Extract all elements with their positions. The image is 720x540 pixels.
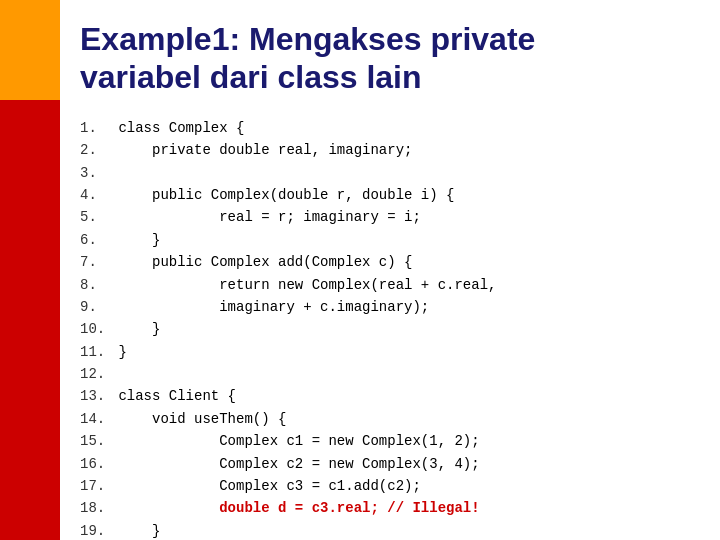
code-line: 18. double d = c3.real; // Illegal! bbox=[80, 497, 700, 519]
title-line1: Example1: Mengakses private bbox=[80, 21, 535, 57]
left-accent bbox=[0, 0, 60, 540]
line-code: void useThem() { bbox=[110, 408, 286, 430]
line-number: 6. bbox=[80, 229, 110, 251]
line-number: 2. bbox=[80, 139, 110, 161]
accent-top bbox=[0, 0, 60, 100]
code-line: 4. public Complex(double r, double i) { bbox=[80, 184, 700, 206]
line-number: 9. bbox=[80, 296, 110, 318]
line-code: private double real, imaginary; bbox=[110, 139, 412, 161]
line-code: real = r; imaginary = i; bbox=[110, 206, 421, 228]
code-line: 11. } bbox=[80, 341, 700, 363]
code-line: 7. public Complex add(Complex c) { bbox=[80, 251, 700, 273]
line-number: 15. bbox=[80, 430, 110, 452]
line-code: Complex c3 = c1.add(c2); bbox=[110, 475, 421, 497]
code-line: 9. imaginary + c.imaginary); bbox=[80, 296, 700, 318]
line-number: 12. bbox=[80, 363, 110, 385]
code-line: 13. class Client { bbox=[80, 385, 700, 407]
code-line: 12. bbox=[80, 363, 700, 385]
code-block: 1. class Complex {2. private double real… bbox=[80, 117, 700, 540]
line-number: 14. bbox=[80, 408, 110, 430]
slide-title: Example1: Mengakses private variabel dar… bbox=[80, 20, 700, 97]
code-line: 3. bbox=[80, 162, 700, 184]
code-line: 1. class Complex { bbox=[80, 117, 700, 139]
line-code: imaginary + c.imaginary); bbox=[110, 296, 429, 318]
line-code: double d = c3.real; // Illegal! bbox=[110, 497, 480, 519]
line-number: 17. bbox=[80, 475, 110, 497]
code-line: 8. return new Complex(real + c.real, bbox=[80, 274, 700, 296]
accent-bottom bbox=[0, 100, 60, 540]
code-line: 16. Complex c2 = new Complex(3, 4); bbox=[80, 453, 700, 475]
code-line: 5. real = r; imaginary = i; bbox=[80, 206, 700, 228]
line-code: public Complex add(Complex c) { bbox=[110, 251, 412, 273]
code-line: 10. } bbox=[80, 318, 700, 340]
line-number: 3. bbox=[80, 162, 110, 184]
line-number: 19. bbox=[80, 520, 110, 540]
line-code: Complex c1 = new Complex(1, 2); bbox=[110, 430, 480, 452]
slide-content: Example1: Mengakses private variabel dar… bbox=[70, 0, 720, 540]
line-number: 1. bbox=[80, 117, 110, 139]
line-number: 16. bbox=[80, 453, 110, 475]
line-code: } bbox=[110, 229, 160, 251]
line-number: 13. bbox=[80, 385, 110, 407]
code-line: 17. Complex c3 = c1.add(c2); bbox=[80, 475, 700, 497]
code-line: 2. private double real, imaginary; bbox=[80, 139, 700, 161]
line-number: 11. bbox=[80, 341, 110, 363]
line-code: } bbox=[110, 318, 160, 340]
line-code: } bbox=[110, 341, 127, 363]
line-code: } bbox=[110, 520, 160, 540]
code-line: 14. void useThem() { bbox=[80, 408, 700, 430]
line-code: Complex c2 = new Complex(3, 4); bbox=[110, 453, 480, 475]
code-line: 19. } bbox=[80, 520, 700, 540]
line-number: 8. bbox=[80, 274, 110, 296]
line-code: return new Complex(real + c.real, bbox=[110, 274, 496, 296]
code-line: 15. Complex c1 = new Complex(1, 2); bbox=[80, 430, 700, 452]
line-number: 18. bbox=[80, 497, 110, 519]
line-number: 7. bbox=[80, 251, 110, 273]
code-line: 6. } bbox=[80, 229, 700, 251]
line-code: class Client { bbox=[110, 385, 236, 407]
slide: Example1: Mengakses private variabel dar… bbox=[0, 0, 720, 540]
line-number: 5. bbox=[80, 206, 110, 228]
line-number: 10. bbox=[80, 318, 110, 340]
line-code: class Complex { bbox=[110, 117, 244, 139]
title-line2: variabel dari class lain bbox=[80, 59, 422, 95]
line-number: 4. bbox=[80, 184, 110, 206]
line-code: public Complex(double r, double i) { bbox=[110, 184, 454, 206]
